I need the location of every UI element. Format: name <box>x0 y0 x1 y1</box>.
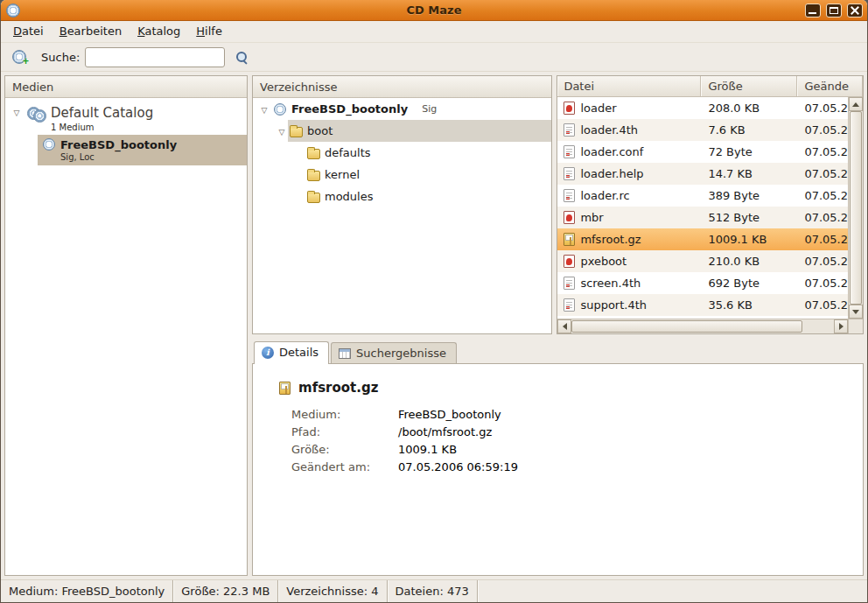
file-modified-cell: 07.05.2 <box>797 255 848 268</box>
details-file-name: mfsroot.gz <box>298 380 378 396</box>
folder-icon <box>307 193 320 203</box>
details-content: mfsroot.gz Medium: FreeBSD_bootonly Pfad… <box>252 363 864 576</box>
field-label: Pfad: <box>291 424 398 441</box>
tree-item-catalog[interactable]: Default Catalog 1 Medium <box>5 98 247 135</box>
table-row[interactable]: loader.conf 72 Byte 07.05.2 <box>557 141 848 163</box>
scrollbar-trough[interactable] <box>571 319 834 333</box>
detail-field: Medium: FreeBSD_bootonly <box>291 406 863 424</box>
files-rows: loader 208.0 KB 07.05.2 loader.4th 7.6 K… <box>557 97 848 319</box>
file-type-icon <box>564 123 575 137</box>
file-size-cell: 512 Byte <box>701 211 797 224</box>
table-row[interactable]: support.4th 35.6 KB 07.05.2 <box>557 294 848 316</box>
magnifier-icon <box>235 51 248 64</box>
file-type-icon <box>564 277 575 290</box>
menu-datei[interactable]: Datei <box>5 21 52 42</box>
add-medium-button[interactable] <box>8 46 31 68</box>
scrollbar-trough[interactable] <box>849 111 863 305</box>
folder-name: modules <box>325 190 374 203</box>
tree-item-defaults[interactable]: defaults <box>253 142 551 164</box>
scrollbar-thumb[interactable] <box>850 111 862 305</box>
table-row[interactable]: mbr 512 Byte 07.05.2 <box>557 207 848 228</box>
table-row[interactable]: loader.4th 7.6 KB 07.05.2 <box>557 119 848 141</box>
search-button[interactable] <box>230 46 253 68</box>
medium-name: FreeBSD_bootonly <box>60 138 177 151</box>
tree-item-root[interactable]: FreeBSD_bootonly Sig <box>253 98 551 120</box>
top-row: Verzeichnisse FreeBSD_bootonly Sig <box>252 75 864 334</box>
file-size-cell: 389 Byte <box>701 189 797 202</box>
column-header-datei[interactable]: Datei <box>557 76 701 96</box>
tree-item-kernel[interactable]: kernel <box>253 164 551 186</box>
folder-icon <box>307 171 320 181</box>
menubar: Datei Bearbeiten Katalog Hilfe <box>1 21 867 43</box>
window-title: CD Maze <box>1 4 867 17</box>
field-value: 07.05.2006 06:59:19 <box>398 459 518 476</box>
file-size-cell: 210.0 KB <box>701 255 797 268</box>
status-groesse: Größe: 22.3 MB <box>173 580 278 602</box>
table-row[interactable]: loader.help 14.7 KB 07.05.2 <box>557 163 848 185</box>
file-size-cell: 208.0 KB <box>701 102 797 115</box>
file-modified-cell: 07.05.2 <box>797 233 848 246</box>
file-type-icon <box>564 145 575 158</box>
scroll-up-button[interactable] <box>849 97 863 111</box>
minimize-button[interactable] <box>805 4 821 18</box>
field-label: Geändert am: <box>291 459 398 476</box>
table-row[interactable]: pxeboot 210.0 KB 07.05.2 <box>557 250 848 272</box>
detail-field: Geändert am: 07.05.2006 06:59:19 <box>291 459 863 476</box>
search-input[interactable] <box>85 47 225 67</box>
vertical-scrollbar[interactable] <box>848 97 863 319</box>
disc-add-icon <box>12 50 26 64</box>
file-type-icon <box>564 211 575 224</box>
scroll-right-button[interactable] <box>834 319 848 333</box>
file-type-icon <box>564 189 575 202</box>
file-type-icon <box>564 255 575 268</box>
folder-name: kernel <box>325 168 360 181</box>
maximize-button[interactable] <box>826 4 842 18</box>
file-type-icon <box>564 233 575 246</box>
tree-selection: boot <box>288 120 551 142</box>
table-row[interactable]: loader 208.0 KB 07.05.2 <box>557 97 848 119</box>
detail-field: Größe: 1009.1 KB <box>291 441 863 459</box>
table-row[interactable]: loader.rc 389 Byte 07.05.2 <box>557 185 848 207</box>
column-header-groesse[interactable]: Größe <box>701 76 797 96</box>
disc-icon <box>274 103 286 116</box>
file-modified-cell: 07.05.2 <box>797 167 848 180</box>
tree-item-modules[interactable]: modules <box>253 186 551 207</box>
table-row[interactable]: screen.4th 692 Byte 07.05.2 <box>557 272 848 294</box>
menu-bearbeiten[interactable]: Bearbeiten <box>52 21 130 42</box>
root-name: FreeBSD_bootonly <box>291 102 408 116</box>
field-value: FreeBSD_bootonly <box>398 406 501 424</box>
tree-item-boot[interactable]: boot <box>253 120 551 142</box>
expander-icon[interactable] <box>10 107 23 119</box>
field-label: Medium: <box>291 406 398 424</box>
scrollbar-thumb[interactable] <box>571 320 802 333</box>
tree-item-medium[interactable]: FreeBSD_bootonly Sig, Loc <box>38 135 247 165</box>
titlebar[interactable]: CD Maze <box>1 0 867 21</box>
catalog-name: Default Catalog <box>51 105 153 121</box>
field-value: /boot/mfsroot.gz <box>398 424 492 441</box>
expander-icon[interactable] <box>276 126 288 138</box>
close-button[interactable] <box>847 4 863 18</box>
details-heading: mfsroot.gz <box>253 364 863 396</box>
tab-details[interactable]: Details <box>254 341 329 364</box>
expander-icon[interactable] <box>258 104 270 116</box>
media-tree: Default Catalog 1 Medium FreeBSD_bootonl… <box>5 98 247 165</box>
window-controls <box>805 4 863 18</box>
menu-hilfe[interactable]: Hilfe <box>188 21 230 42</box>
tab-suchergebnisse[interactable]: Suchergebnisse <box>331 342 457 363</box>
disc-icon <box>43 138 55 151</box>
directories-panel-header: Verzeichnisse <box>253 76 551 98</box>
root-badge: Sig <box>422 103 437 115</box>
file-name-cell: loader.conf <box>557 145 701 158</box>
scroll-left-button[interactable] <box>557 319 571 333</box>
scroll-down-button[interactable] <box>849 305 863 319</box>
files-table-header: Datei Größe Geände <box>557 76 863 97</box>
column-header-geaendert[interactable]: Geände <box>797 76 863 96</box>
app-window: CD Maze Datei Bearbeiten Katalog Hilfe S… <box>0 0 868 603</box>
status-filler <box>478 580 867 602</box>
table-row-selected[interactable]: mfsroot.gz 1009.1 KB 07.05.2 <box>557 228 848 250</box>
file-modified-cell: 07.05.2 <box>797 102 848 115</box>
search-results-icon <box>339 348 351 359</box>
menu-katalog[interactable]: Katalog <box>130 21 188 42</box>
file-modified-cell: 07.05.2 <box>797 277 848 290</box>
file-name-cell: screen.4th <box>557 277 701 290</box>
